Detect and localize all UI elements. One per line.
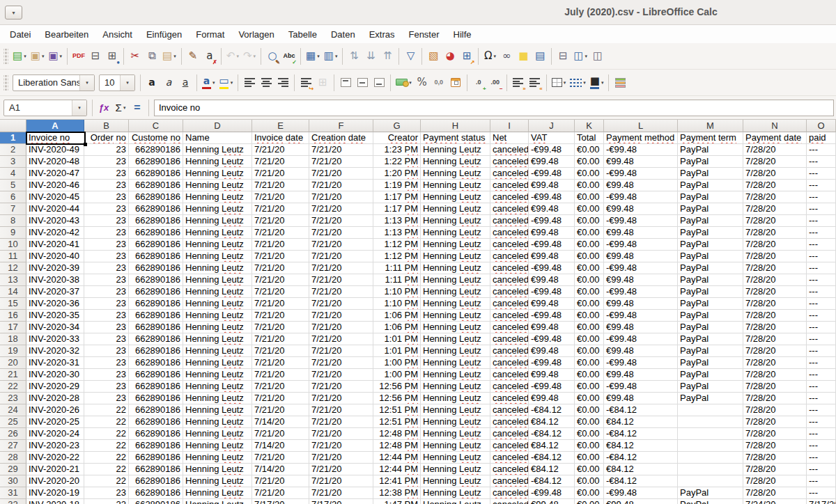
cell-D28[interactable]: Henning Leutz xyxy=(183,452,252,464)
cell-J5[interactable]: €99.48 xyxy=(529,180,575,191)
cell-B24[interactable]: 22 xyxy=(84,404,129,416)
chevron-down-icon[interactable]: ▾ xyxy=(601,80,604,86)
column-header-D[interactable]: D xyxy=(183,120,252,132)
cell-L23[interactable]: €99.48 xyxy=(604,393,678,404)
row-header-11[interactable]: 11 xyxy=(0,251,26,262)
cell-D2[interactable]: Henning Leutz xyxy=(183,144,252,156)
cell-A27[interactable]: INV-2020-23 xyxy=(26,440,84,452)
cell-E4[interactable]: 7/21/20 xyxy=(252,168,309,180)
cell-M29[interactable] xyxy=(678,464,743,475)
cell-O21[interactable]: --- xyxy=(807,369,836,381)
cell-C32[interactable]: 662890186 xyxy=(129,499,183,504)
cell-H6[interactable]: Henning Leutz xyxy=(421,191,490,203)
cell-L15[interactable]: €99.48 xyxy=(604,298,678,310)
cell-J19[interactable]: €99.48 xyxy=(529,345,575,357)
cell-D18[interactable]: Henning Leutz xyxy=(183,333,252,345)
window-menu-button[interactable]: ▾ xyxy=(5,6,22,19)
cell-M6[interactable]: PayPal xyxy=(678,191,743,203)
cell-D10[interactable]: Henning Leutz xyxy=(183,239,252,251)
cell-K23[interactable]: €0.00 xyxy=(575,393,604,404)
column-header-C[interactable]: C xyxy=(129,120,183,132)
cell-C27[interactable]: 662890186 xyxy=(129,440,183,452)
row-header-17[interactable]: 17 xyxy=(0,322,26,333)
cell-D6[interactable]: Henning Leutz xyxy=(183,191,252,203)
date-format-button[interactable] xyxy=(447,73,464,92)
cell-M8[interactable]: PayPal xyxy=(678,215,743,227)
cell-H14[interactable]: Henning Leutz xyxy=(421,286,490,298)
cell-G15[interactable]: 1:10 PM xyxy=(373,298,421,310)
cell-E19[interactable]: 7/21/20 xyxy=(252,345,309,357)
cell-D25[interactable]: Henning Leutz xyxy=(183,416,252,428)
cell-D7[interactable]: Henning Leutz xyxy=(183,203,252,215)
cell-K24[interactable]: €0.00 xyxy=(575,404,604,416)
cell-E13[interactable]: 7/21/20 xyxy=(252,274,309,286)
menu-tabelle[interactable]: Tabelle xyxy=(283,27,323,42)
cell-F23[interactable]: 7/21/20 xyxy=(309,393,373,404)
cell-B23[interactable]: 23 xyxy=(84,393,129,404)
cell-E30[interactable]: 7/21/20 xyxy=(252,475,309,487)
cell-K12[interactable]: €0.00 xyxy=(575,262,604,274)
chevron-down-icon[interactable]: ▾ xyxy=(42,54,45,59)
cell-L14[interactable]: -€99.48 xyxy=(604,286,678,298)
cell-F21[interactable]: 7/21/20 xyxy=(309,369,373,381)
clone-formatting-button[interactable]: ✎ xyxy=(185,47,201,65)
cell-C24[interactable]: 662890186 xyxy=(129,404,183,416)
cell-H15[interactable]: Henning Leutz xyxy=(421,298,490,310)
cell-D21[interactable]: Henning Leutz xyxy=(183,369,252,381)
cell-D4[interactable]: Henning Leutz xyxy=(183,168,252,180)
column-header-F[interactable]: F xyxy=(309,120,373,132)
cell-F5[interactable]: 7/21/20 xyxy=(309,180,373,191)
cell-K28[interactable]: €0.00 xyxy=(575,452,604,464)
cell-M25[interactable] xyxy=(678,416,743,428)
cell-L25[interactable]: €84.12 xyxy=(604,416,678,428)
cell-D32[interactable]: Henning Leutz xyxy=(183,499,252,504)
cell-B17[interactable]: 23 xyxy=(84,322,129,333)
cell-O14[interactable]: --- xyxy=(807,286,836,298)
cell-I28[interactable]: canceled xyxy=(490,452,529,464)
cell-D23[interactable]: Henning Leutz xyxy=(183,393,252,404)
cell-A9[interactable]: INV-2020-42 xyxy=(26,227,84,239)
cell-M17[interactable]: PayPal xyxy=(678,322,743,333)
cell-H24[interactable]: Henning Leutz xyxy=(421,404,490,416)
cell-H18[interactable]: Henning Leutz xyxy=(421,333,490,345)
cell-E3[interactable]: 7/21/20 xyxy=(252,156,309,168)
cell-L29[interactable]: €84.12 xyxy=(604,464,678,475)
cell-O10[interactable]: --- xyxy=(807,239,836,251)
cell-I10[interactable]: canceled xyxy=(490,239,529,251)
cell-J32[interactable]: €99.48 xyxy=(529,499,575,504)
column-header-K[interactable]: K xyxy=(575,120,604,132)
cell-M18[interactable]: PayPal xyxy=(678,333,743,345)
cell-M15[interactable]: PayPal xyxy=(678,298,743,310)
cell-H9[interactable]: Henning Leutz xyxy=(421,227,490,239)
cell-L32[interactable]: €99.48 xyxy=(604,499,678,504)
cell-G3[interactable]: 1:22 PM xyxy=(373,156,421,168)
cell-I1[interactable]: Net xyxy=(490,132,529,144)
cell-J4[interactable]: -€99.48 xyxy=(529,168,575,180)
cell-O5[interactable]: --- xyxy=(807,180,836,191)
cell-B10[interactable]: 23 xyxy=(84,239,129,251)
cell-G10[interactable]: 1:12 PM xyxy=(373,239,421,251)
cell-E16[interactable]: 7/21/20 xyxy=(252,310,309,322)
cell-B2[interactable]: 23 xyxy=(84,144,129,156)
cell-M23[interactable]: PayPal xyxy=(678,393,743,404)
cell-B29[interactable]: 22 xyxy=(84,464,129,475)
cell-M11[interactable]: PayPal xyxy=(678,251,743,262)
cell-F17[interactable]: 7/21/20 xyxy=(309,322,373,333)
cell-G25[interactable]: 12:51 PM xyxy=(373,416,421,428)
cell-O23[interactable]: --- xyxy=(807,393,836,404)
cell-H19[interactable]: Henning Leutz xyxy=(421,345,490,357)
chevron-down-icon[interactable]: ▾ xyxy=(335,54,338,59)
cell-C31[interactable]: 662890186 xyxy=(129,487,183,499)
cell-I24[interactable]: canceled xyxy=(490,404,529,416)
cell-J15[interactable]: €99.48 xyxy=(529,298,575,310)
cell-A13[interactable]: INV-2020-38 xyxy=(26,274,84,286)
align-bottom-button[interactable] xyxy=(371,73,387,92)
cell-A14[interactable]: INV-2020-37 xyxy=(26,286,84,298)
cell-K31[interactable]: €0.00 xyxy=(575,487,604,499)
cell-O6[interactable]: --- xyxy=(807,191,836,203)
column-header-M[interactable]: M xyxy=(678,120,743,132)
cell-E14[interactable]: 7/21/20 xyxy=(252,286,309,298)
cell-H25[interactable]: Henning Leutz xyxy=(421,416,490,428)
cell-J7[interactable]: €99.48 xyxy=(529,203,575,215)
cell-M5[interactable]: PayPal xyxy=(678,180,743,191)
